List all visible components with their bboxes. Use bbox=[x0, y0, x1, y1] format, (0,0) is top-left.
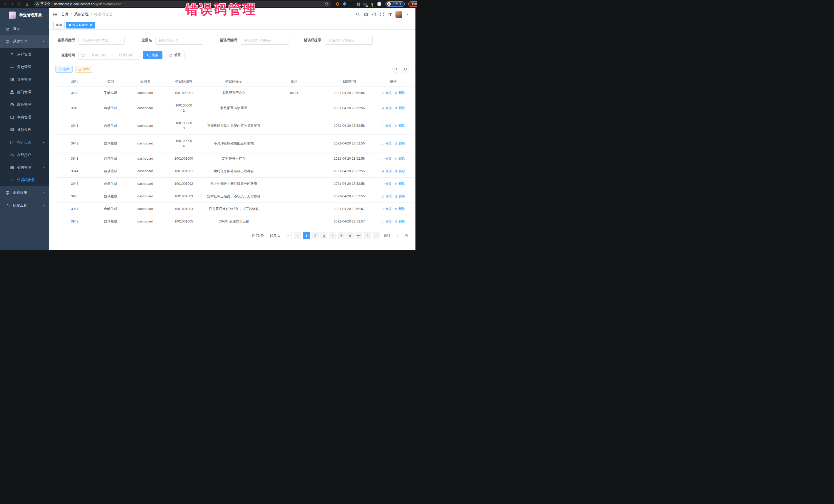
sidebar-toggle-icon[interactable] bbox=[53, 13, 57, 17]
sidebar-item-label: 系统管理 bbox=[13, 39, 42, 44]
profile-paused-badge[interactable]: 已暂停 bbox=[386, 1, 405, 7]
delete-link[interactable]: 删除 bbox=[395, 106, 405, 111]
page-button[interactable]: 6 bbox=[347, 232, 354, 239]
page-button[interactable]: 5 bbox=[338, 232, 345, 239]
sidebar-item-menus[interactable]: 菜单管理 bbox=[0, 73, 49, 86]
extension-key-icon[interactable] bbox=[370, 2, 374, 6]
fullscreen-icon[interactable] bbox=[380, 12, 384, 17]
pencil-icon bbox=[382, 142, 385, 145]
sidebar-item-dev-tools[interactable]: 研发工具 bbox=[0, 199, 49, 212]
sidebar-item-infrastructure[interactable]: 基础设施 bbox=[0, 186, 49, 199]
extension-list-icon[interactable]: on bbox=[363, 2, 368, 6]
delete-link[interactable]: 删除 bbox=[395, 141, 405, 146]
show-search-icon-button[interactable] bbox=[392, 66, 399, 73]
extensions-puzzle-icon[interactable] bbox=[377, 2, 381, 6]
page-button[interactable]: 8 bbox=[364, 232, 371, 239]
sidebar-submenu-system: 用户管理 角色管理 菜单管理 部门管理 岗位管理 bbox=[0, 48, 49, 186]
edit-link[interactable]: 修改 bbox=[382, 169, 392, 174]
sidebar-item-sms[interactable]: 短信管理 bbox=[0, 161, 49, 174]
page-button[interactable]: 2 bbox=[311, 232, 319, 239]
address-bar[interactable]: 不安全 dashboard.yudao.iocoder.cn/system/er… bbox=[34, 1, 331, 7]
error-code-input[interactable] bbox=[244, 39, 285, 42]
extension-grid-icon[interactable] bbox=[356, 2, 360, 6]
extension-orange-icon[interactable] bbox=[335, 2, 340, 6]
edit-link[interactable]: 修改 bbox=[382, 181, 392, 186]
prev-page-button[interactable]: ‹ bbox=[294, 232, 301, 239]
cell-msg: 定时任务已经处于该状态，无需修改 bbox=[204, 190, 263, 202]
back-icon[interactable] bbox=[3, 1, 8, 7]
reset-button[interactable]: 重置 bbox=[165, 51, 185, 59]
header-search-icon[interactable] bbox=[356, 12, 360, 17]
not-secure-warning[interactable]: 不安全 bbox=[36, 2, 50, 6]
sidebar-item-online-users[interactable]: 在线用户 bbox=[0, 149, 49, 161]
home-icon[interactable] bbox=[24, 1, 30, 7]
add-button[interactable]: ＋新增 bbox=[56, 66, 73, 73]
pencil-icon bbox=[382, 107, 385, 110]
tag-error-code[interactable]: 错误码管理 ✕ bbox=[66, 22, 95, 28]
sidebar-item-audit-log[interactable]: 审计日志 bbox=[0, 136, 49, 149]
breadcrumb-home[interactable]: 首页 bbox=[61, 12, 68, 17]
user-avatar[interactable] bbox=[395, 11, 402, 18]
cell-time: 2021-04-20 23:52:56 bbox=[325, 137, 374, 150]
search-button[interactable]: 搜索 bbox=[143, 51, 162, 59]
delete-link[interactable]: 删除 bbox=[395, 90, 405, 95]
delete-link[interactable]: 删除 bbox=[395, 219, 405, 224]
github-icon[interactable] bbox=[364, 12, 368, 17]
sidebar-item-departments[interactable]: 部门管理 bbox=[0, 86, 49, 98]
date-end-placeholder[interactable]: 结束日期 bbox=[115, 53, 137, 58]
edit-link[interactable]: 修改 bbox=[382, 123, 392, 128]
sidebar-item-roles[interactable]: 角色管理 bbox=[0, 61, 49, 73]
goto-page-input[interactable] bbox=[393, 232, 403, 239]
vue-devtools-icon[interactable]: V bbox=[349, 2, 354, 6]
sidebar-logo[interactable]: 芋道管理系统 bbox=[0, 8, 49, 22]
emoji-face-icon bbox=[387, 2, 391, 6]
export-button[interactable]: 导出 bbox=[75, 66, 92, 73]
tag-close-icon[interactable]: ✕ bbox=[90, 23, 92, 27]
pencil-icon bbox=[382, 220, 385, 223]
breadcrumb-system[interactable]: 系统管理 bbox=[74, 12, 89, 17]
edit-link[interactable]: 修改 bbox=[382, 219, 392, 224]
edit-link[interactable]: 修改 bbox=[382, 106, 392, 111]
delete-link[interactable]: 删除 bbox=[395, 123, 405, 128]
edit-link[interactable]: 修改 bbox=[382, 206, 392, 212]
app-name-input[interactable] bbox=[159, 39, 200, 42]
sidebar-item-error-code[interactable]: 错误码管理 bbox=[0, 174, 49, 186]
bookmark-star-icon[interactable] bbox=[325, 2, 328, 6]
refresh-table-icon-button[interactable] bbox=[402, 66, 409, 73]
sidebar-item-home[interactable]: 首页 bbox=[0, 22, 49, 35]
edit-link[interactable]: 修改 bbox=[382, 194, 392, 199]
sidebar-item-posts[interactable]: 岗位管理 bbox=[0, 98, 49, 111]
error-type-select[interactable]: 请选择错误码类型 bbox=[79, 36, 125, 45]
page-button[interactable]: 3 bbox=[320, 232, 327, 239]
delete-link[interactable]: 删除 bbox=[395, 206, 405, 212]
tag-home[interactable]: 首页 bbox=[53, 22, 65, 28]
extension-gem-icon[interactable] bbox=[342, 2, 347, 6]
sidebar-item-dictionary[interactable]: 字典管理 bbox=[0, 111, 49, 124]
browser-update-button[interactable]: 更新 ⋮⋮ bbox=[408, 1, 417, 7]
page-button[interactable]: 4 bbox=[329, 232, 336, 239]
page-size-select[interactable]: 10条/页 bbox=[267, 232, 291, 239]
forward-icon[interactable] bbox=[10, 1, 15, 7]
sidebar-item-system[interactable]: 系统管理 bbox=[0, 35, 49, 48]
delete-link[interactable]: 删除 bbox=[395, 169, 405, 174]
caret-down-icon[interactable]: ▼ bbox=[406, 13, 409, 16]
delete-link[interactable]: 删除 bbox=[395, 156, 405, 161]
delete-link[interactable]: 删除 bbox=[395, 194, 405, 199]
edit-link[interactable]: 修改 bbox=[382, 156, 392, 161]
sidebar-item-users[interactable]: 用户管理 bbox=[0, 48, 49, 61]
next-page-button[interactable]: › bbox=[373, 232, 380, 239]
edit-link[interactable]: 修改 bbox=[382, 90, 392, 95]
reload-icon[interactable] bbox=[17, 1, 23, 7]
date-start-placeholder[interactable]: 开始日期 bbox=[87, 53, 109, 58]
font-size-icon[interactable]: TT bbox=[388, 13, 392, 16]
page-button[interactable]: ••• bbox=[355, 232, 363, 239]
error-msg-input[interactable] bbox=[328, 39, 369, 42]
delete-link[interactable]: 删除 bbox=[395, 181, 405, 186]
help-icon[interactable]: ? bbox=[372, 12, 376, 17]
plus-icon: ＋ bbox=[59, 67, 62, 71]
sidebar-item-notices[interactable]: 通知公告 bbox=[0, 124, 49, 136]
date-range-picker[interactable]: 开始日期 - 结束日期 bbox=[79, 51, 140, 60]
edit-link[interactable]: 修改 bbox=[382, 141, 392, 146]
page-button-active[interactable]: 1 bbox=[303, 232, 310, 239]
col-code: 错误码编码 bbox=[163, 77, 204, 86]
